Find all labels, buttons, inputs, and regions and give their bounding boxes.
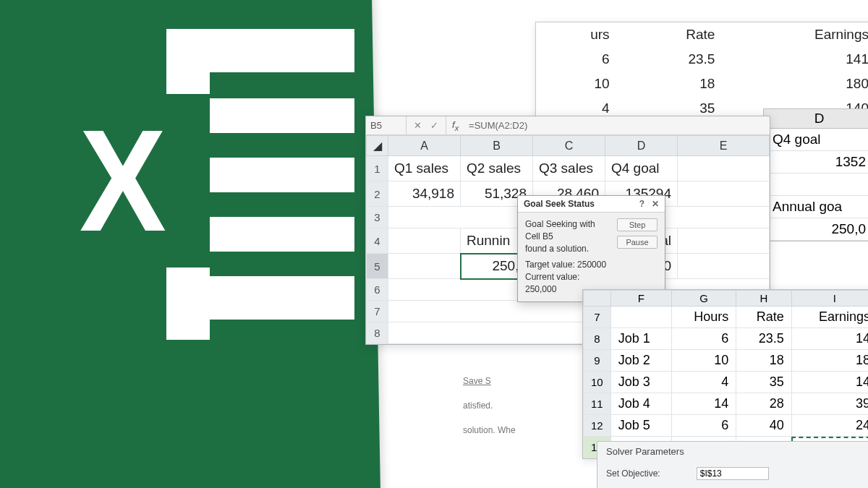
dialog-message: Goal Seeking with Cell B5 xyxy=(525,218,611,243)
row-header[interactable]: 6 xyxy=(367,279,388,301)
cell[interactable]: 18 xyxy=(791,350,868,372)
cell[interactable]: 10 xyxy=(536,72,623,96)
cell[interactable] xyxy=(388,228,461,254)
cell[interactable]: 14 xyxy=(791,328,868,350)
fx-icon[interactable]: fx xyxy=(446,119,464,132)
formula-bar: B5 ✕ ✓ fx =SUM(A2:D2) xyxy=(366,116,770,135)
cell[interactable]: Rate xyxy=(736,307,791,328)
cell[interactable]: Job 3 xyxy=(610,372,671,393)
cell[interactable]: 14 xyxy=(791,372,868,393)
cell[interactable]: 141 xyxy=(728,47,868,72)
close-icon[interactable]: ✕ xyxy=(652,199,659,209)
row-header[interactable]: 9 xyxy=(584,350,611,372)
cell[interactable]: 180 xyxy=(728,72,868,96)
row-header[interactable]: 4 xyxy=(367,228,388,254)
row-header[interactable]: 10 xyxy=(584,372,611,393)
cell[interactable]: 18 xyxy=(623,72,728,96)
cell[interactable] xyxy=(764,174,868,196)
row-header[interactable]: 8 xyxy=(584,328,611,350)
label: Target value: xyxy=(525,260,575,270)
value: 250,000 xyxy=(525,284,556,294)
solver-panel: Solver Parameters Set Objective: xyxy=(597,441,868,488)
cell[interactable]: 18 xyxy=(736,350,791,372)
row-header[interactable]: 3 xyxy=(367,207,388,228)
cell[interactable]: Earnings xyxy=(791,307,868,328)
cell[interactable]: 4 xyxy=(671,372,736,393)
col-header[interactable]: E xyxy=(678,136,770,156)
cell[interactable]: Hours xyxy=(671,307,736,328)
cell[interactable]: 24 xyxy=(791,415,868,437)
row-header[interactable]: 5 xyxy=(367,254,388,279)
cell[interactable]: 28 xyxy=(736,393,791,415)
row-header[interactable]: 2 xyxy=(367,181,388,207)
sheet-right-strip: D Q4 goal 1352 Annual goa 250,0 xyxy=(763,108,868,241)
enter-icon[interactable]: ✓ xyxy=(430,120,438,131)
sheet-jobs: F G H I 7 Hours Rate Earnings 8Job 1623.… xyxy=(582,289,868,459)
cell[interactable]: 23.5 xyxy=(623,47,728,72)
cell[interactable]: Q4 goal xyxy=(764,129,868,151)
step-button[interactable]: Step xyxy=(617,218,658,231)
formula-text[interactable]: =SUM(A2:D2) xyxy=(464,120,532,131)
cell[interactable]: 23.5 xyxy=(736,328,791,350)
cell[interactable]: 6 xyxy=(671,328,736,350)
cell[interactable]: 10 xyxy=(671,350,736,372)
cell[interactable] xyxy=(678,156,770,181)
row-header[interactable]: 12 xyxy=(584,415,611,437)
cell[interactable] xyxy=(678,228,770,254)
excel-logo: X xyxy=(36,29,347,340)
cell[interactable]: 40 xyxy=(736,415,791,437)
col-header[interactable]: F xyxy=(610,291,671,307)
cell[interactable] xyxy=(678,254,770,279)
dialog-title: Goal Seek Status xyxy=(524,199,595,209)
col-header: urs xyxy=(536,22,623,47)
cell[interactable]: 6 xyxy=(671,415,736,437)
cell[interactable]: Job 2 xyxy=(610,350,671,372)
cell[interactable]: 39 xyxy=(791,393,868,415)
set-objective-label: Set Objective: xyxy=(606,468,660,479)
cell[interactable]: Q1 sales xyxy=(388,156,461,181)
col-header[interactable]: B xyxy=(461,136,533,156)
cell[interactable]: Annual goa xyxy=(764,196,868,218)
cell[interactable]: Q3 sales xyxy=(533,156,605,181)
col-header: Earnings xyxy=(728,22,868,47)
name-box[interactable]: B5 xyxy=(366,116,407,134)
col-header[interactable]: D xyxy=(605,136,678,156)
col-header[interactable]: I xyxy=(791,291,868,307)
cell[interactable]: Job 4 xyxy=(610,393,671,415)
help-icon[interactable]: ? xyxy=(639,199,644,209)
label: Current value: xyxy=(525,272,579,282)
cell[interactable]: 6 xyxy=(536,47,623,72)
cell[interactable]: Q4 goal xyxy=(605,156,678,181)
cell[interactable]: Job 5 xyxy=(610,415,671,437)
cell[interactable]: Q2 sales xyxy=(461,156,533,181)
cell[interactable] xyxy=(678,181,770,207)
cell[interactable] xyxy=(610,307,671,328)
row-header[interactable]: 1 xyxy=(367,156,388,181)
cell[interactable]: 250,0 xyxy=(764,218,868,241)
selectall-corner[interactable] xyxy=(584,291,611,307)
col-header[interactable]: C xyxy=(533,136,605,156)
col-header[interactable]: H xyxy=(736,291,791,307)
set-objective-input[interactable] xyxy=(697,467,769,480)
cell[interactable] xyxy=(388,254,461,279)
cell[interactable]: Job 1 xyxy=(610,328,671,350)
cell[interactable]: 35 xyxy=(736,372,791,393)
pause-button[interactable]: Pause xyxy=(617,236,658,249)
cell[interactable]: 1352 xyxy=(764,151,868,174)
row-header[interactable]: 11 xyxy=(584,393,611,415)
row-header[interactable]: 7 xyxy=(367,301,388,322)
value: 250000 xyxy=(577,260,606,270)
solver-title: Solver Parameters xyxy=(606,446,862,457)
cell[interactable]: 34,918 xyxy=(388,181,461,207)
selectall-corner[interactable]: ◢ xyxy=(367,136,388,156)
dialog-fragment: Save S atisfied. solution. Whe xyxy=(463,376,516,450)
cancel-icon[interactable]: ✕ xyxy=(414,120,422,131)
cell[interactable]: 14 xyxy=(671,393,736,415)
dialog-message: found a solution. xyxy=(525,243,611,255)
col-header: D xyxy=(764,109,868,129)
row-header[interactable]: 8 xyxy=(367,322,388,344)
goal-seek-dialog: Goal Seek Status ? ✕ Goal Seeking with C… xyxy=(517,195,665,302)
row-header[interactable]: 7 xyxy=(584,307,611,328)
col-header[interactable]: A xyxy=(388,136,461,156)
col-header[interactable]: G xyxy=(671,291,736,307)
